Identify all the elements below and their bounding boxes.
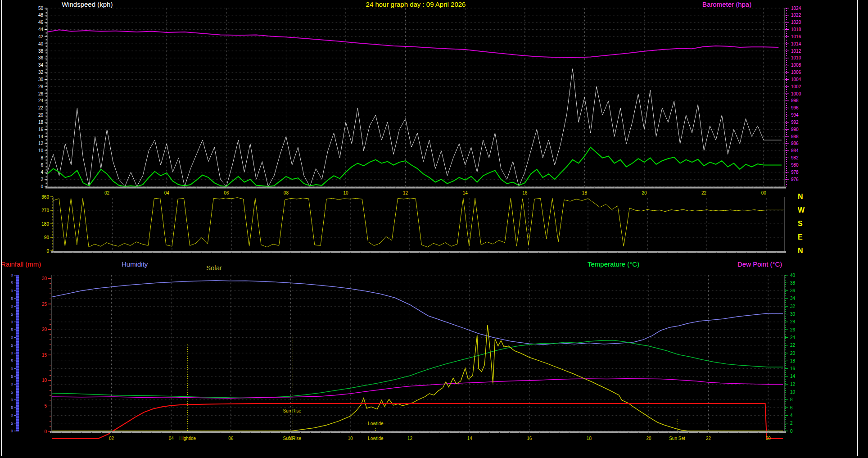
temperature-tick-label: 2 xyxy=(790,421,793,426)
rainfall-line xyxy=(52,404,783,439)
barometer-tick-label: 1000 xyxy=(791,91,801,96)
event-axis-label: Lowtide xyxy=(368,436,384,441)
x-axis-hour-label: 18 xyxy=(587,436,592,441)
compass-label: S xyxy=(798,220,803,227)
x-axis-hour-label: 18 xyxy=(582,190,588,195)
windspeed-tick-label: 24 xyxy=(38,98,44,103)
barometer-tick-label: 1002 xyxy=(791,84,801,89)
temperature-tick-label: 4 xyxy=(790,413,793,418)
humidity-tick-label: 5 xyxy=(11,327,13,332)
barometer-tick-label: 980 xyxy=(791,163,799,168)
windspeed-tick-label: 8 xyxy=(41,155,43,160)
x-axis-hour-label: 00 xyxy=(766,436,771,441)
windspeed-tick-label: 38 xyxy=(38,49,44,54)
wind-average-line xyxy=(47,147,782,186)
temperature-tick-label: 38 xyxy=(790,281,796,286)
wind-direction-tick-label: 90 xyxy=(44,235,50,240)
windspeed-tick-label: 50 xyxy=(38,6,44,11)
humidity-tick-label: 0 xyxy=(11,367,13,371)
windspeed-tick-label: 28 xyxy=(38,84,44,89)
temperature-tick-label: 16 xyxy=(790,366,796,371)
temperature-tick-label: 18 xyxy=(790,358,796,363)
wind-direction-line xyxy=(53,198,784,247)
humidity-tick-label: 0 xyxy=(11,304,13,308)
humidity-tick-label: 5 xyxy=(11,358,13,363)
compass-label: N xyxy=(798,247,803,254)
wind-direction-tick-label: 360 xyxy=(41,195,49,200)
temperature-tick-label: 14 xyxy=(790,374,796,379)
humidity-tick-label: 5 xyxy=(11,421,13,426)
windspeed-barometer-chart: 0246810121416182022242628303234363840424… xyxy=(38,6,801,196)
windspeed-tick-label: 12 xyxy=(38,141,44,146)
rainfall-tick-label: 15 xyxy=(42,353,47,358)
x-axis-hour-label: 20 xyxy=(646,436,651,441)
windspeed-tick-label: 42 xyxy=(38,34,44,39)
barometer-tick-label: 990 xyxy=(791,127,799,132)
barometer-tick-label: 1018 xyxy=(791,27,801,32)
rainfall-tick-label: 0 xyxy=(44,429,47,434)
barometer-tick-label: 984 xyxy=(791,148,799,153)
x-axis-hour-label: 22 xyxy=(706,436,711,441)
x-axis-hour-label: 20 xyxy=(642,190,647,195)
windspeed-tick-label: 30 xyxy=(38,77,44,82)
temperature-tick-label: 34 xyxy=(790,296,796,301)
rainfall-tick-label: 20 xyxy=(42,327,47,332)
x-axis-hour-label: 12 xyxy=(407,436,413,441)
barometer-tick-label: 1004 xyxy=(791,77,801,82)
humidity-line xyxy=(52,281,783,345)
windspeed-tick-label: 14 xyxy=(38,134,44,139)
wind-direction-tick-label: 0 xyxy=(46,249,49,254)
temperature-line xyxy=(52,340,783,398)
temperature-tick-label: 36 xyxy=(790,288,796,293)
barometer-tick-label: 982 xyxy=(791,155,799,160)
barometer-tick-label: 1014 xyxy=(791,41,801,46)
temperature-tick-label: 0 xyxy=(790,429,793,434)
event-plot-label: Sun Rise xyxy=(283,408,301,413)
rainfall-tick-label: 5 xyxy=(44,404,47,408)
temperature-tick-label: 6 xyxy=(790,405,793,410)
barometer-tick-label: 992 xyxy=(791,120,799,125)
x-axis-hour-label: 12 xyxy=(403,190,408,195)
barometer-tick-label: 1008 xyxy=(791,63,801,68)
x-axis-hour-label: 10 xyxy=(343,190,348,195)
x-axis-hour-label: 04 xyxy=(169,436,174,441)
x-axis-hour-label: 16 xyxy=(522,190,528,195)
rainfall-tick-label: 25 xyxy=(42,302,47,307)
humidity-tick-label: 5 xyxy=(11,374,13,379)
humidity-tick-label: 0 xyxy=(11,335,13,340)
x-axis-hour-label: 04 xyxy=(164,190,170,195)
windspeed-tick-label: 22 xyxy=(38,105,44,110)
windspeed-tick-label: 46 xyxy=(38,20,44,25)
windspeed-tick-label: 48 xyxy=(38,13,44,18)
weather-graphs-canvas: 0246810121416182022242628303234363840424… xyxy=(0,0,868,458)
compass-label: N xyxy=(798,193,803,200)
humidity-tick-label: 0 xyxy=(11,382,13,386)
barometer-tick-label: 996 xyxy=(791,105,799,110)
humidity-tick-label: 0 xyxy=(11,273,13,277)
humidity-tick-label: 5 xyxy=(11,390,13,395)
x-axis-hour-label: 10 xyxy=(348,436,353,441)
wind-direction-tick-label: 270 xyxy=(41,208,49,213)
compass-label: E xyxy=(798,233,803,241)
temperature-tick-label: 28 xyxy=(790,319,796,324)
x-axis-hour-label: 08 xyxy=(284,190,289,195)
barometer-tick-label: 994 xyxy=(791,113,799,118)
barometer-tick-label: 1022 xyxy=(791,13,801,18)
windspeed-tick-label: 26 xyxy=(38,91,44,96)
barometer-tick-label: 978 xyxy=(791,170,799,175)
windspeed-tick-label: 16 xyxy=(38,127,44,132)
barometer-tick-label: 998 xyxy=(791,98,799,103)
temperature-tick-label: 32 xyxy=(790,304,796,309)
barometer-tick-label: 988 xyxy=(791,134,799,139)
humidity-tick-label: 5 xyxy=(11,296,13,301)
humidity-tick-label: 0 xyxy=(11,351,13,355)
temperature-tick-label: 20 xyxy=(790,351,796,356)
humidity-tick-label: 5 xyxy=(11,312,13,317)
barometer-tick-label: 1010 xyxy=(791,55,801,60)
windspeed-tick-label: 36 xyxy=(38,55,44,60)
temperature-tick-label: 26 xyxy=(790,327,796,332)
windspeed-tick-label: 44 xyxy=(38,27,44,32)
temperature-tick-label: 22 xyxy=(790,343,796,348)
windspeed-tick-label: 34 xyxy=(38,63,44,68)
windspeed-tick-label: 18 xyxy=(38,120,44,125)
